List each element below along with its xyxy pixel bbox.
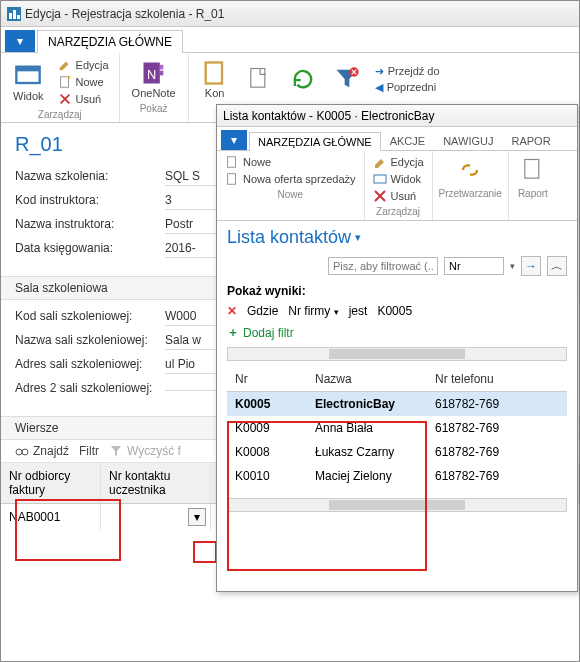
- table-row[interactable]: K0005ElectronicBay618782-769: [227, 392, 567, 417]
- main-title: Edycja - Rejestracja szkolenia - R_01: [25, 7, 224, 21]
- popup-tab-rapor[interactable]: RAPOR: [502, 131, 559, 150]
- binoculars-icon: [15, 444, 29, 458]
- cell-nr-odbiorcy[interactable]: NAB0001: [1, 504, 101, 530]
- svg-rect-2: [13, 10, 16, 19]
- view-icon: [373, 172, 387, 186]
- svg-rect-20: [525, 160, 539, 179]
- col-tel[interactable]: Nr telefonu: [427, 367, 567, 392]
- nazwa-sali-label: Nazwa sali szkoleniowej:: [15, 333, 165, 347]
- poprzedni-button[interactable]: ◀Poprzedni: [373, 80, 442, 95]
- col-nazwa[interactable]: Nazwa: [307, 367, 427, 392]
- table-header-row: Nr Nazwa Nr telefonu: [227, 367, 567, 392]
- popup-body: Lista kontaktów▾ ▾ → ︿ Pokaż wyniki: ✕ G…: [217, 221, 577, 524]
- offer-icon: [225, 172, 239, 186]
- widok-button[interactable]: Widok: [9, 60, 48, 104]
- svg-rect-11: [159, 71, 163, 76]
- popup-tab-akcje[interactable]: AKCJE: [381, 131, 434, 150]
- table-row[interactable]: K0010Maciej Zielony618782-769: [227, 464, 567, 488]
- scroll-thumb[interactable]: [329, 349, 464, 359]
- popup-heading: Lista kontaktów▾: [227, 227, 567, 248]
- filter-button[interactable]: [329, 63, 365, 95]
- report-icon: [519, 156, 547, 184]
- popup-raport-button[interactable]: [515, 154, 551, 186]
- popup-ribbon: Nowe Nowa oferta sprzedaży Nowe Edycja W…: [217, 151, 577, 221]
- svg-rect-5: [17, 67, 40, 72]
- popup-group-przetw: Przetwarzanie: [433, 151, 509, 220]
- kon-button[interactable]: Kon: [197, 57, 233, 101]
- edycja-button[interactable]: Edycja: [56, 57, 111, 73]
- remove-filter-icon[interactable]: ✕: [227, 304, 237, 318]
- wyczysc-button[interactable]: Wyczyść f: [109, 444, 181, 458]
- znajdz-button[interactable]: Znajdź: [15, 444, 69, 458]
- where-label: Gdzie: [247, 304, 278, 318]
- popup-nowe-button[interactable]: Nowe: [223, 154, 273, 170]
- nazwa-instruktora-label: Nazwa instruktora:: [15, 217, 165, 231]
- popup-file-dropdown[interactable]: ▾: [221, 130, 247, 150]
- table-row[interactable]: K0008Łukasz Czarny618782-769: [227, 440, 567, 464]
- ribbon-group-pokaz: N OneNote Pokaż: [120, 53, 189, 122]
- filter-row: ▾ → ︿: [227, 256, 567, 276]
- filter-field-select[interactable]: [444, 257, 504, 275]
- svg-rect-3: [17, 15, 20, 19]
- popup-nowa-oferta-button[interactable]: Nowa oferta sprzedaży: [223, 171, 358, 187]
- svg-rect-10: [159, 65, 163, 70]
- filter-go-button[interactable]: →: [521, 256, 541, 276]
- popup-przetw-button[interactable]: [452, 154, 488, 186]
- popup-widok-button[interactable]: Widok: [371, 171, 424, 187]
- adres-sali-label: Adres sali szkoleniowej:: [15, 357, 165, 371]
- dropdown-button[interactable]: ▾: [188, 508, 206, 526]
- popup-tab-home[interactable]: NARZĘDZIA GŁÓWNE: [249, 132, 381, 151]
- popup-group-zarzadzaj: Edycja Widok Usuń Zarządzaj: [365, 151, 433, 220]
- svg-rect-13: [250, 69, 264, 88]
- main-titlebar: Edycja - Rejestracja szkolenia - R_01: [1, 1, 579, 27]
- annotation-box-2: [193, 541, 217, 563]
- h-scroll[interactable]: [227, 347, 567, 361]
- clear-filter-icon: [109, 444, 123, 458]
- collapse-button[interactable]: ︿: [547, 256, 567, 276]
- przejdz-button[interactable]: ➜Przejdź do: [373, 64, 442, 79]
- popup-titlebar: Lista kontaktów - K0005 · ElectronicBay: [217, 105, 577, 127]
- scroll-thumb[interactable]: [329, 500, 464, 510]
- cell-nr-kontaktu[interactable]: ▾: [101, 504, 211, 530]
- onenote-button[interactable]: N OneNote: [128, 57, 180, 101]
- nowe-button[interactable]: ✶Nowe: [56, 74, 111, 90]
- where-value[interactable]: K0005: [377, 304, 412, 318]
- popup-tab-nawiguj[interactable]: NAWIGUJ: [434, 131, 502, 150]
- popup-edycja-button[interactable]: Edycja: [371, 154, 426, 170]
- svg-point-16: [22, 449, 28, 455]
- delete-icon: [373, 189, 387, 203]
- col-nr-odbiorcy[interactable]: Nr odbiorcy faktury: [1, 463, 101, 503]
- data-ksiegowania-label: Data księgowania:: [15, 241, 165, 255]
- svg-point-15: [16, 449, 22, 455]
- where-field[interactable]: Nr firmy ▾: [288, 304, 338, 318]
- kod-instruktora-label: Kod instruktora:: [15, 193, 165, 207]
- svg-rect-19: [374, 175, 386, 183]
- refresh-button[interactable]: [285, 63, 321, 95]
- filtr-button[interactable]: Filtr: [79, 444, 99, 458]
- popup-ribbon-tabs: ▾ NARZĘDZIA GŁÓWNE AKCJE NAWIGUJ RAPOR: [217, 127, 577, 151]
- svg-rect-12: [205, 63, 221, 84]
- where-op: jest: [349, 304, 368, 318]
- doc-button[interactable]: [241, 63, 277, 95]
- svg-rect-17: [228, 157, 236, 168]
- edit-icon: [373, 155, 387, 169]
- main-ribbon-tabs: ▾ NARZĘDZIA GŁÓWNE: [1, 27, 579, 53]
- popup-usun-button[interactable]: Usuń: [371, 188, 419, 204]
- adres2-sali-label: Adres 2 sali szkoleniowej:: [15, 381, 165, 395]
- usun-button[interactable]: Usuń: [56, 91, 111, 107]
- table-row[interactable]: K0009Anna Biała618782-769: [227, 416, 567, 440]
- app-icon: [7, 7, 21, 21]
- tab-home[interactable]: NARZĘDZIA GŁÓWNE: [37, 30, 183, 53]
- add-filter-button[interactable]: ＋Dodaj filtr: [227, 324, 567, 341]
- filter-text-input[interactable]: [328, 257, 438, 275]
- svg-rect-18: [228, 174, 236, 185]
- results-label: Pokaż wyniki:: [227, 284, 567, 298]
- ribbon-file-dropdown[interactable]: ▾: [5, 30, 35, 52]
- h-scroll-bottom[interactable]: [227, 498, 567, 512]
- where-row: ✕ Gdzie Nr firmy ▾ jest K0005: [227, 302, 567, 320]
- svg-rect-1: [9, 13, 12, 19]
- col-nr[interactable]: Nr: [227, 367, 307, 392]
- popup-window: Lista kontaktów - K0005 · ElectronicBay …: [216, 104, 578, 592]
- kod-sali-label: Kod sali szkoleniowej:: [15, 309, 165, 323]
- col-nr-kontaktu[interactable]: Nr kontaktu uczestnika: [101, 463, 211, 503]
